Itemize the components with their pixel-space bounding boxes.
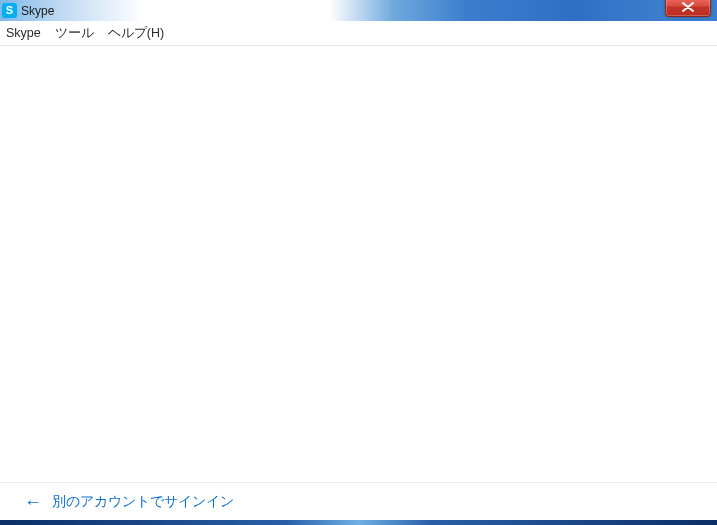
close-button[interactable]: [665, 0, 711, 17]
footer: ← 別のアカウントでサインイン: [0, 482, 717, 520]
signin-other-account-label: 別のアカウントでサインイン: [52, 493, 234, 511]
main-content: [0, 46, 717, 482]
back-arrow-icon: ←: [24, 493, 42, 511]
window-title: Skype: [21, 4, 54, 18]
skype-icon: S: [2, 3, 17, 18]
skype-icon-letter: S: [6, 5, 13, 16]
close-icon: [682, 2, 694, 12]
menubar: Skype ツール ヘルプ(H): [0, 21, 717, 46]
bottom-border: [0, 520, 717, 525]
menu-tools[interactable]: ツール: [55, 25, 94, 42]
signin-other-account-link[interactable]: ← 別のアカウントでサインイン: [24, 493, 234, 511]
menu-help[interactable]: ヘルプ(H): [108, 25, 164, 42]
window-titlebar: S Skype: [0, 0, 717, 21]
menu-skype[interactable]: Skype: [6, 26, 41, 40]
